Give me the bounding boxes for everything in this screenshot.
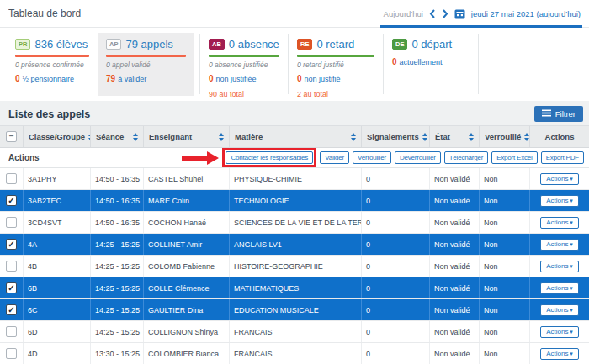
card-retard[interactable]: RE 0 retard 0 retard justifié 0non justi… (289, 33, 383, 96)
sort-icon[interactable] (419, 133, 427, 141)
sort-icon[interactable] (465, 133, 474, 141)
actions-label: Actions (8, 153, 40, 162)
table-row[interactable]: 6B 14:25 - 15:25 COLLE Clémence MATHEMAT… (0, 277, 589, 299)
card-depart[interactable]: DE 0 départ 0actuellement (384, 33, 478, 96)
valider-button[interactable]: Valider (320, 151, 349, 164)
stat-label: ½ pensionnaire (23, 75, 75, 83)
stat-value: 0 (392, 57, 397, 66)
contacter-responsables-button[interactable]: Contacter les responsables (226, 151, 313, 164)
row-checkbox[interactable] (6, 261, 17, 272)
card-appels-subtitle: 0 appel validé (106, 61, 186, 69)
sort-icon[interactable] (215, 133, 224, 141)
card-appels-stat: 79à valider (106, 74, 186, 83)
table-row[interactable]: 4D 13:30 - 15:25 COLOMBIER Bianca FRANCA… (0, 343, 589, 364)
card-retard-total: 2 au total (297, 87, 374, 98)
row-actions-button[interactable]: Actions (540, 195, 579, 207)
chevron-left-icon[interactable] (429, 9, 436, 18)
cell-matiere: FRANCAIS (230, 343, 362, 364)
row-actions-button[interactable]: Actions (540, 304, 579, 316)
card-appels[interactable]: AP 79 appels 0 appel validé 79à valider (98, 33, 194, 96)
column-header-etat: État (435, 132, 450, 141)
row-actions-button[interactable]: Actions (540, 326, 579, 338)
column-header-seance: Séance (96, 132, 124, 141)
card-retard-subtitle: 0 retard justifié (297, 61, 374, 69)
verrouiller-button[interactable]: Verrouiller (353, 151, 391, 164)
table-header-row: Classe/Groupe Séance Enseignant Matière … (0, 125, 589, 148)
row-checkbox[interactable] (6, 239, 17, 250)
cell-enseignant: COCHON Hanaé (144, 212, 230, 233)
table-row[interactable]: 3AB2TEC 14:50 - 16:35 MARE Colin TECHNOL… (0, 190, 589, 212)
cell-signalements: 0 (362, 168, 430, 189)
stat-label: actuellement (400, 58, 443, 66)
stat-value: 0 (15, 74, 20, 83)
appel-badge: AP (106, 39, 121, 50)
list-header: Liste des appels Filtrer (0, 101, 589, 125)
today-label[interactable]: Aujourd'hui (384, 9, 423, 18)
dashboard-page: Tableau de bord Aujourd'hui jeudi 27 mai… (0, 0, 589, 364)
row-checkbox[interactable] (6, 304, 17, 315)
date-navigator: Aujourd'hui jeudi 27 mai 2021 (aujourd'h… (380, 0, 584, 28)
row-checkbox[interactable] (6, 282, 17, 293)
row-checkbox[interactable] (6, 173, 17, 184)
retard-badge: RE (297, 39, 312, 50)
filter-button-label: Filtrer (555, 109, 576, 119)
sort-icon[interactable] (85, 133, 91, 141)
cell-signalements: 0 (362, 299, 430, 320)
cell-enseignant: CASTEL Shuhei (144, 168, 230, 189)
summary-cards: PR 836 élèves 0 présence confirmée 0½ pe… (0, 28, 589, 101)
table-row[interactable]: 4A 14:25 - 15:25 COLLINET Amir ANGLAIS L… (0, 234, 589, 256)
cell-seance: 14:50 - 16:35 (91, 212, 144, 233)
card-appels-bar (106, 55, 186, 57)
current-date-label[interactable]: jeudi 27 mai 2021 (aujourd'hui) (471, 9, 581, 18)
row-checkbox[interactable] (6, 195, 17, 206)
cell-etat: Non validé (430, 277, 480, 298)
card-retard-bar (297, 55, 374, 57)
stat-value: 0 (297, 74, 302, 83)
filter-button[interactable]: Filtrer (534, 106, 583, 122)
table-row[interactable]: 6D 14:25 - 15:25 COLLIGNON Shinya FRANCA… (0, 321, 589, 343)
sort-icon[interactable] (130, 133, 138, 141)
table-row[interactable]: 3A1PHY 14:50 - 16:35 CASTEL Shuhei PHYSI… (0, 168, 589, 190)
export-excel-button[interactable]: Export Excel (491, 151, 538, 164)
card-absence-subtitle: 0 absence justifiée (209, 61, 279, 69)
cell-seance: 13:30 - 15:25 (91, 343, 144, 364)
card-absence-stat: 0non justifiée (209, 74, 279, 83)
stat-label: à valider (118, 75, 146, 83)
row-actions-button[interactable]: Actions (540, 261, 579, 272)
card-absence-title: 0 absence (229, 38, 279, 50)
select-all-checkbox[interactable] (6, 131, 17, 142)
table-row[interactable]: 3CD4SVT 14:50 - 16:35 COCHON Hanaé SCIEN… (0, 212, 589, 234)
row-actions-button[interactable]: Actions (540, 217, 579, 229)
telecharger-button[interactable]: Télécharger (444, 151, 489, 164)
cell-signalements: 0 (362, 256, 430, 277)
cell-seance: 14:25 - 15:25 (91, 277, 144, 298)
annotation-arrow-icon (182, 151, 219, 165)
row-checkbox[interactable] (6, 348, 17, 359)
row-actions-button[interactable]: Actions (540, 239, 579, 251)
sort-icon[interactable] (521, 133, 529, 141)
row-actions-button[interactable]: Actions (540, 282, 579, 294)
card-retard-title: 0 retard (316, 38, 354, 50)
card-depart-stat: 0actuellement (392, 57, 470, 66)
cell-verrouille: Non (480, 168, 530, 189)
chevron-right-icon[interactable] (442, 9, 448, 18)
card-eleves[interactable]: PR 836 élèves 0 présence confirmée 0½ pe… (7, 33, 98, 96)
presence-badge: PR (15, 39, 30, 50)
row-checkbox[interactable] (6, 217, 17, 228)
cell-etat: Non validé (430, 234, 480, 255)
row-actions-button[interactable]: Actions (540, 348, 579, 360)
row-actions-button[interactable]: Actions (540, 173, 579, 185)
top-bar: Tableau de bord Aujourd'hui jeudi 27 mai… (0, 0, 589, 28)
row-checkbox[interactable] (6, 326, 17, 337)
table-row[interactable]: 4B 14:25 - 15:25 COLOMB Fabienne HISTOIR… (0, 256, 589, 277)
export-pdf-button[interactable]: Export PDF (541, 151, 584, 164)
deverrouiller-button[interactable]: Déverrouiller (395, 151, 441, 164)
cell-verrouille: Non (480, 256, 530, 277)
calendar-icon[interactable] (454, 8, 465, 19)
cell-matiere: FRANCAIS (230, 321, 362, 342)
card-eleves-bar (15, 55, 89, 57)
sort-icon[interactable] (348, 133, 356, 141)
table-row[interactable]: 6C 14:25 - 15:25 GAULTIER Dina EDUCATION… (0, 299, 589, 321)
card-absence[interactable]: AB 0 absence 0 absence justifiée 0non ju… (200, 33, 288, 96)
cell-signalements: 0 (362, 190, 430, 211)
